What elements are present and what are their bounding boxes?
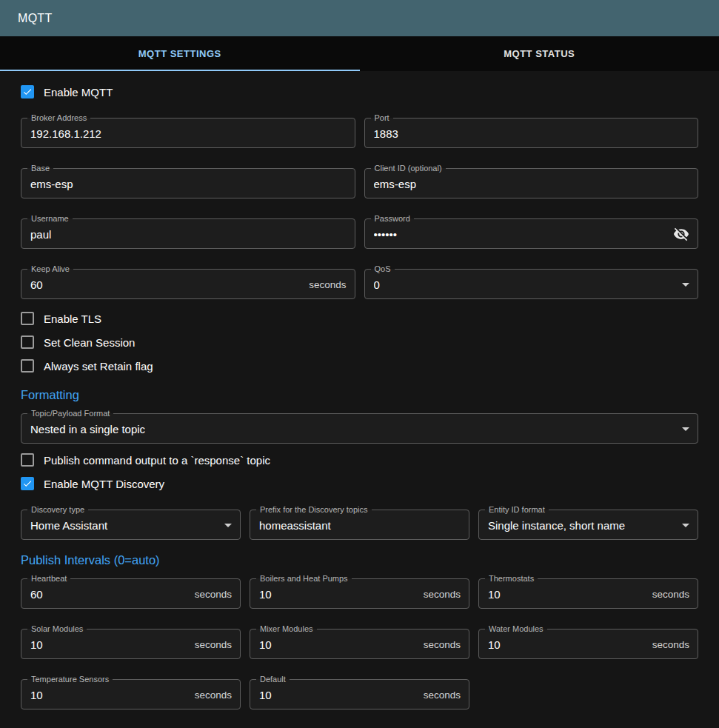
water-input[interactable]	[488, 638, 646, 651]
retain-flag-checkbox[interactable]	[21, 359, 34, 373]
enable-tls-label: Enable TLS	[44, 313, 101, 325]
entity-id-format-select[interactable]: Entity ID format Single instance, short …	[478, 506, 698, 540]
retain-flag-label: Always set Retain flag	[44, 360, 153, 373]
publish-response-checkbox-row[interactable]: Publish command output to a `response` t…	[21, 448, 698, 472]
tab-mqtt-status-label: MQTT STATUS	[504, 48, 575, 59]
check-icon	[22, 87, 33, 97]
qos-value: 0	[374, 278, 675, 291]
password-visibility-toggle[interactable]	[673, 226, 689, 242]
publish-intervals-heading: Publish Intervals (0=auto)	[21, 553, 698, 567]
dropdown-caret-icon	[682, 427, 689, 431]
active-tab-indicator	[0, 70, 360, 71]
username-field: Username	[21, 215, 355, 249]
clean-session-checkbox-row[interactable]: Set Clean Session	[21, 330, 698, 354]
thermostats-input[interactable]	[488, 588, 646, 601]
heartbeat-input[interactable]	[30, 588, 189, 601]
water-interval-field: Water Modules seconds	[478, 625, 698, 659]
enable-tls-checkbox[interactable]	[21, 312, 34, 325]
formatting-heading: Formatting	[21, 388, 698, 402]
enable-mqtt-label: Enable MQTT	[44, 86, 113, 98]
broker-address-field: Broker Address	[21, 114, 355, 148]
boilers-input[interactable]	[259, 588, 418, 601]
clean-session-checkbox[interactable]	[21, 335, 34, 349]
discovery-type-value: Home Assistant	[30, 519, 217, 532]
clean-session-label: Set Clean Session	[44, 336, 135, 349]
port-field: Port	[364, 114, 699, 148]
client-id-field: Client ID (optional)	[364, 164, 699, 198]
username-input[interactable]	[30, 228, 347, 241]
tab-bar: MQTT SETTINGS MQTT STATUS	[0, 36, 719, 71]
discovery-type-select[interactable]: Discovery type Home Assistant	[21, 506, 241, 540]
mqtt-settings-form: Enable MQTT Broker Address Port Base Cli…	[0, 71, 719, 724]
dropdown-caret-icon	[682, 283, 689, 287]
enable-mqtt-checkbox[interactable]	[21, 85, 34, 98]
base-field: Base	[21, 164, 355, 198]
heartbeat-unit: seconds	[195, 589, 232, 600]
default-input[interactable]	[259, 689, 418, 701]
solar-input[interactable]	[30, 638, 189, 651]
mixer-unit: seconds	[424, 639, 461, 650]
temperature-sensors-interval-field: Temperature Sensors seconds	[21, 675, 241, 709]
dropdown-caret-icon	[224, 524, 232, 527]
topic-format-select[interactable]: Topic/Payload Format Nested in a single …	[21, 410, 698, 444]
water-unit: seconds	[652, 639, 689, 650]
mixer-input[interactable]	[259, 638, 418, 651]
enable-tls-checkbox-row[interactable]: Enable TLS	[21, 307, 698, 330]
keep-alive-unit: seconds	[309, 279, 346, 290]
thermostats-unit: seconds	[652, 589, 689, 600]
heartbeat-interval-field: Heartbeat seconds	[21, 575, 241, 609]
default-unit: seconds	[424, 689, 461, 701]
keep-alive-field: Keep Alive seconds	[21, 265, 355, 299]
default-interval-field: Default seconds	[250, 675, 469, 709]
qos-select[interactable]: QoS 0	[364, 265, 699, 299]
password-field: Password	[364, 215, 699, 249]
tab-mqtt-status[interactable]: MQTT STATUS	[360, 36, 719, 71]
topic-format-value: Nested in a single topic	[30, 423, 675, 435]
thermostats-interval-field: Thermostats seconds	[478, 575, 698, 609]
mixer-interval-field: Mixer Modules seconds	[250, 625, 469, 659]
retain-flag-checkbox-row[interactable]: Always set Retain flag	[21, 354, 698, 378]
publish-response-checkbox[interactable]	[21, 453, 34, 467]
visibility-off-icon	[673, 226, 689, 242]
publish-response-label: Publish command output to a `response` t…	[44, 454, 270, 467]
solar-interval-field: Solar Modules seconds	[21, 625, 241, 659]
broker-address-input[interactable]	[30, 127, 347, 140]
tab-mqtt-settings-label: MQTT SETTINGS	[138, 48, 221, 59]
temperature-sensors-unit: seconds	[195, 689, 232, 701]
solar-unit: seconds	[195, 639, 232, 650]
check-icon	[22, 478, 33, 489]
enable-mqtt-checkbox-row[interactable]: Enable MQTT	[21, 80, 698, 104]
port-input[interactable]	[374, 127, 690, 140]
entity-id-format-value: Single instance, short name	[488, 519, 675, 532]
base-input[interactable]	[30, 178, 347, 190]
discovery-prefix-field: Prefix for the Discovery topics	[250, 506, 469, 540]
password-input[interactable]	[374, 228, 668, 241]
enable-discovery-label: Enable MQTT Discovery	[44, 478, 164, 490]
page-title: MQTT	[18, 12, 53, 25]
discovery-prefix-input[interactable]	[259, 519, 461, 532]
app-header: MQTT	[0, 0, 719, 36]
boilers-unit: seconds	[424, 589, 461, 600]
dropdown-caret-icon	[682, 524, 689, 527]
enable-discovery-checkbox[interactable]	[21, 477, 34, 490]
tab-mqtt-settings[interactable]: MQTT SETTINGS	[0, 36, 360, 71]
keep-alive-input[interactable]	[30, 278, 303, 291]
empty-grid-cell	[478, 675, 698, 709]
boilers-interval-field: Boilers and Heat Pumps seconds	[250, 575, 469, 609]
client-id-input[interactable]	[374, 178, 690, 190]
temperature-sensors-input[interactable]	[30, 689, 189, 701]
enable-discovery-checkbox-row[interactable]: Enable MQTT Discovery	[21, 472, 698, 495]
